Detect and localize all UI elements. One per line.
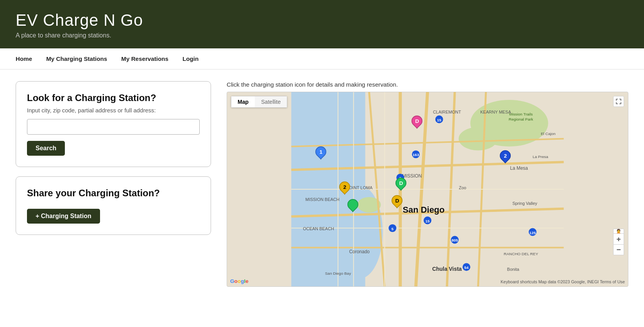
svg-text:Bonita: Bonita	[507, 267, 520, 272]
svg-text:5: 5	[392, 227, 394, 231]
main-content: Look for a Charging Station? Input city,…	[0, 69, 644, 299]
svg-text:MISSION BEACH: MISSION BEACH	[306, 197, 340, 202]
nav-home[interactable]: Home	[16, 55, 32, 62]
svg-text:OCEAN BEACH: OCEAN BEACH	[303, 226, 334, 231]
map-pin-1[interactable]: 1	[315, 146, 326, 160]
svg-text:163: 163	[413, 153, 419, 157]
map-container: San Diego OCEAN BEACH MISSION BEACH Chul…	[227, 92, 628, 287]
map-pin-d-pink[interactable]: D	[411, 116, 422, 129]
search-card: Look for a Charging Station? Input city,…	[16, 81, 211, 167]
svg-text:Chula Vista: Chula Vista	[432, 266, 462, 272]
svg-text:15: 15	[425, 219, 430, 223]
svg-text:RANCHO DEL REY: RANCHO DEL REY	[504, 252, 538, 256]
svg-text:Coronado: Coronado	[349, 249, 370, 254]
map-pin-green[interactable]	[347, 199, 358, 212]
map-data-attribution: Keyboard shortcuts Map data ©2023 Google…	[501, 279, 625, 284]
map-pin-d-green[interactable]: D	[395, 178, 406, 191]
search-card-title: Look for a Charging Station?	[27, 92, 200, 103]
svg-text:CLAIREMONT: CLAIREMONT	[433, 110, 461, 114]
svg-text:Spring Valley: Spring Valley	[512, 201, 537, 206]
svg-text:54: 54	[464, 265, 469, 270]
map-hint: Click the charging station icon for deta…	[227, 81, 628, 88]
map-pin-d-yellow[interactable]: D	[392, 195, 402, 208]
nav-my-reservations[interactable]: My Reservations	[121, 55, 168, 62]
map-zoom-controls: + −	[613, 233, 624, 255]
map-pin-2-yellow[interactable]: 2	[339, 181, 350, 195]
map-fullscreen-button[interactable]	[613, 96, 624, 107]
add-charging-station-button[interactable]: + Charging Station	[27, 209, 100, 224]
search-button[interactable]: Search	[27, 141, 65, 156]
svg-text:Regional Park: Regional Park	[509, 117, 533, 121]
svg-text:La Mesa: La Mesa	[510, 165, 528, 171]
map-background: San Diego OCEAN BEACH MISSION BEACH Chul…	[227, 92, 628, 286]
share-card-title: Share your Charging Station?	[27, 188, 200, 199]
svg-text:Zoo: Zoo	[459, 185, 466, 190]
svg-text:San Diego: San Diego	[402, 205, 444, 215]
left-panel: Look for a Charging Station? Input city,…	[16, 81, 211, 235]
main-nav: Home My Charging Stations My Reservation…	[0, 48, 644, 69]
zoom-out-button[interactable]: −	[613, 244, 624, 255]
site-subtitle: A place to share charging stations.	[16, 32, 628, 39]
svg-text:805: 805	[451, 238, 458, 242]
nav-login[interactable]: Login	[182, 55, 199, 62]
share-card: Share your Charging Station? + Charging …	[16, 176, 211, 235]
map-tab-map[interactable]: Map	[231, 96, 255, 107]
svg-text:San Diego Bay: San Diego Bay	[325, 271, 351, 275]
zoom-in-button[interactable]: +	[613, 233, 624, 244]
svg-point-4	[459, 127, 498, 151]
map-tabs: Map Satellite	[231, 96, 287, 108]
right-panel: Click the charging station icon for deta…	[227, 81, 628, 287]
svg-text:Mission Trails: Mission Trails	[509, 112, 533, 116]
map-tab-satellite[interactable]: Satellite	[255, 96, 287, 107]
svg-text:El Cajon: El Cajon	[541, 132, 556, 136]
svg-text:125: 125	[530, 231, 536, 235]
map-google-attribution: Google	[230, 278, 249, 284]
site-title: EV Charge N Go	[16, 11, 628, 30]
svg-text:KEARNY MESA: KEARNY MESA	[480, 110, 512, 114]
site-header: EV Charge N Go A place to share charging…	[0, 0, 644, 48]
map-pin-2-blue[interactable]: 2	[500, 150, 511, 164]
svg-text:La Presa: La Presa	[533, 155, 548, 159]
nav-my-charging-stations[interactable]: My Charging Stations	[46, 55, 107, 62]
search-card-description: Input city, zip code, partial address or…	[27, 107, 200, 114]
search-input[interactable]	[27, 119, 200, 135]
svg-text:15: 15	[437, 118, 442, 122]
